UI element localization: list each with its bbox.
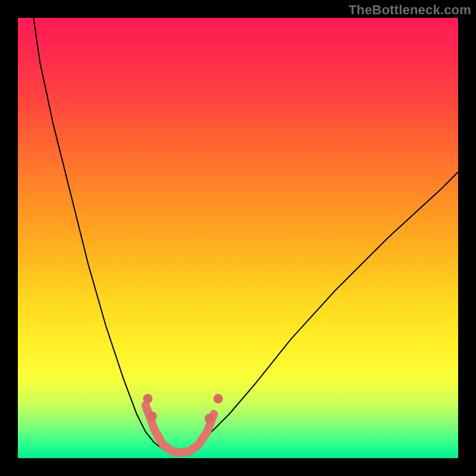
highlight-dot (214, 394, 223, 403)
plot-area (18, 18, 458, 458)
valley-highlight-segment (146, 405, 214, 453)
highlight-dot (205, 414, 214, 423)
highlight-dots-group (143, 394, 223, 423)
highlight-dot (148, 412, 157, 421)
chart-container: { "watermark": "TheBottleneck.com", "col… (0, 0, 476, 476)
curve-right-branch (176, 172, 458, 454)
curve-layer (18, 18, 458, 458)
watermark-text: TheBottleneck.com (349, 2, 471, 18)
curve-left-branch (31, 18, 176, 454)
highlight-dot (143, 394, 152, 403)
